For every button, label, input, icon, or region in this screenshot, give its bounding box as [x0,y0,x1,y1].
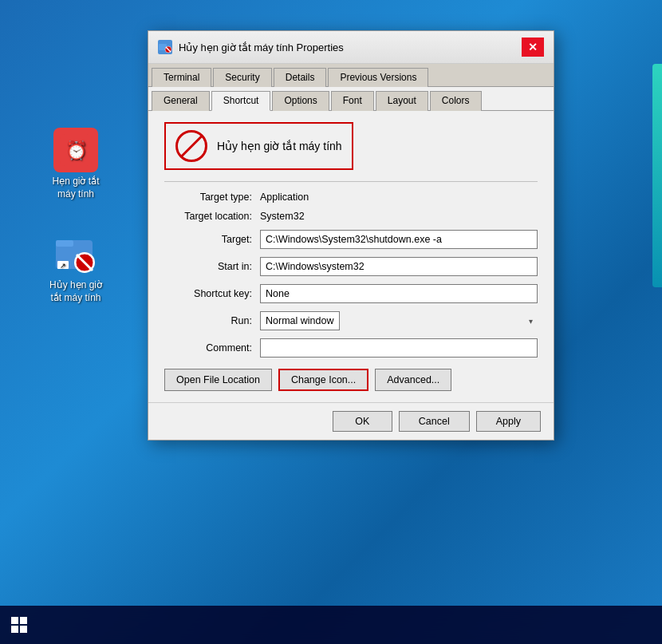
dialog-body: Hủy hẹn giờ tắt máy tính Target type: Ap… [148,111,554,402]
run-dropdown[interactable]: Normal window Minimized Maximized [260,311,340,330]
form-row-target: Target: [164,230,538,249]
svg-rect-14 [20,617,27,624]
tab-security[interactable]: Security [213,68,271,87]
taskbar [0,606,662,644]
form-row-run: Run: Normal window Minimized Maximized ▾ [164,311,538,330]
form-row-target-type: Target type: Application [164,192,538,203]
desktop-icon-huy-hen-gio-tat[interactable]: ↗ Hủy hẹn giờ tắt máy tính [40,231,112,304]
separator-1 [164,181,538,182]
tab-terminal[interactable]: Terminal [152,68,211,87]
dialog-close-button[interactable]: ✕ [522,38,544,57]
dialog-title-icon [158,40,172,54]
label-comment: Comment: [164,342,260,354]
svg-rect-3 [56,240,73,247]
tab-general[interactable]: General [152,91,210,111]
ok-button[interactable]: OK [333,411,392,432]
svg-text:↗: ↗ [60,262,66,270]
no-sign-icon [175,130,207,162]
label-start-in: Start in: [164,261,260,272]
cancel-button[interactable]: Cancel [399,411,470,432]
shortcut-name-label: Hủy hẹn giờ tắt máy tính [217,140,342,152]
dialog-title-left: Hủy hẹn giờ tắt máy tính Properties [158,40,344,54]
tab-shortcut[interactable]: Shortcut [211,91,271,111]
tab-previous-versions[interactable]: Previous Versions [328,68,428,87]
form-row-start-in: Start in: [164,257,538,276]
value-target-location: System32 [260,211,305,222]
start-button[interactable] [0,606,38,644]
target-input[interactable] [260,230,538,249]
label-target-type: Target type: [164,192,260,203]
teal-accent [652,64,662,287]
dropdown-arrow-icon: ▾ [529,317,533,326]
value-target-type: Application [260,192,309,203]
properties-dialog: Hủy hẹn giờ tắt máy tính Properties ✕ Te… [148,30,554,441]
svg-text:⏰: ⏰ [65,140,88,161]
tabs-row-1: Terminal Security Details Previous Versi… [148,64,554,87]
label-target: Target: [164,234,260,245]
svg-rect-13 [11,617,18,624]
change-icon-button[interactable]: Change Icon... [278,369,368,391]
desktop-icon-label-2: Hủy hẹn giờ tắt máy tính [49,279,102,304]
icon-header-area: Hủy hẹn giờ tắt máy tính [164,122,353,170]
label-shortcut-key: Shortcut key: [164,288,260,299]
tab-colors[interactable]: Colors [430,91,482,111]
desktop-icon-img: ⏰ [53,128,98,172]
tab-layout[interactable]: Layout [376,91,428,111]
tab-font[interactable]: Font [331,91,374,111]
comment-input[interactable] [260,338,538,358]
dialog-title-text: Hủy hẹn giờ tắt máy tính Properties [179,41,344,53]
form-row-target-location: Target location: System32 [164,211,538,222]
windows-logo-icon [10,616,28,634]
apply-button[interactable]: Apply [476,411,541,432]
dialog-footer: OK Cancel Apply [148,402,554,440]
tab-details[interactable]: Details [274,68,327,87]
label-run: Run: [164,315,260,326]
desktop-icon-label: Hẹn giờ tắt máy tính [52,176,99,200]
form-row-comment: Comment: [164,338,538,358]
desktop-icon-img-2: ↗ [53,231,98,276]
svg-rect-16 [20,626,27,633]
start-in-input[interactable] [260,257,538,276]
svg-rect-15 [11,626,18,633]
desktop-icon-hen-gio-tat[interactable]: ⏰ Hẹn giờ tắt máy tính [40,128,112,200]
run-dropdown-wrapper: Normal window Minimized Maximized ▾ [260,311,538,330]
action-buttons: Open File Location Change Icon... Advanc… [164,369,538,391]
tabs-row-2: General Shortcut Options Font Layout Col… [148,87,554,111]
advanced-button[interactable]: Advanced... [375,369,451,391]
label-target-location: Target location: [164,211,260,222]
form-row-shortcut-key: Shortcut key: [164,284,538,303]
dialog-titlebar: Hủy hẹn giờ tắt máy tính Properties ✕ [148,31,554,64]
shortcut-key-input[interactable] [260,284,538,303]
tab-options[interactable]: Options [272,91,329,111]
open-file-location-button[interactable]: Open File Location [164,369,272,391]
